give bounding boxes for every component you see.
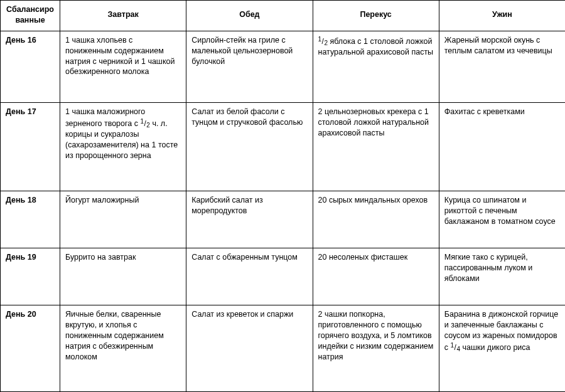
meal-plan-table: Сбалансированные Завтрак Обед Перекус Уж…	[0, 0, 565, 392]
breakfast-cell: 1 чашка хлопьев с пониженным содержанием…	[60, 31, 186, 102]
breakfast-cell: Яичные белки, сваренные вкрутую, и хлопь…	[60, 305, 186, 392]
table-row: День 19 Буррито на завтрак Салат с обжар…	[1, 248, 566, 305]
snack-cell: 20 сырых миндальных орехов	[313, 191, 439, 248]
table-row: День 18 Йогурт маложирный Карибский сала…	[1, 191, 566, 248]
header-balanced: Сбалансированные	[1, 1, 60, 31]
day-label: День 18	[1, 191, 60, 248]
day-label: День 20	[1, 305, 60, 392]
day-label: День 16	[1, 31, 60, 102]
snack-cell: 1/2 яблока с 1 столовой ложкой натуральн…	[313, 31, 439, 102]
header-lunch: Обед	[186, 1, 313, 31]
dinner-cell: Баранина в дижонской горчице и запеченны…	[439, 305, 565, 392]
table-row: День 20 Яичные белки, сваренные вкрутую,…	[1, 305, 566, 392]
dinner-cell: Мягкие тако с курицей, пассированным лук…	[439, 248, 565, 305]
snack-cell: 2 чашки попкорна, приготовленного с помо…	[313, 305, 439, 392]
dinner-cell: Жареный морской окунь с теплым салатом и…	[439, 31, 565, 102]
snack-cell: 20 несоленых фисташек	[313, 248, 439, 305]
lunch-cell: Салат из креветок и спаржи	[186, 305, 313, 392]
table-row: День 17 1 чашка маложирного зерненого тв…	[1, 103, 566, 191]
dinner-cell: Фахитас с креветками	[439, 103, 565, 191]
header-row: Сбалансированные Завтрак Обед Перекус Уж…	[1, 1, 566, 31]
lunch-cell: Салат из белой фасоли с тунцом и стручко…	[186, 103, 313, 191]
lunch-cell: Карибский салат из морепродуктов	[186, 191, 313, 248]
dinner-cell: Курица со шпинатом и рикоттой с печеным …	[439, 191, 565, 248]
breakfast-cell: 1 чашка маложирного зерненого творога с …	[60, 103, 186, 191]
lunch-cell: Салат с обжаренным тунцом	[186, 248, 313, 305]
snack-cell: 2 цельнозерновых крекера с 1 столовой ло…	[313, 103, 439, 191]
lunch-cell: Сирлойн-стейк на гриле с маленькой цельн…	[186, 31, 313, 102]
day-label: День 19	[1, 248, 60, 305]
breakfast-cell: Буррито на завтрак	[60, 248, 186, 305]
table-row: День 16 1 чашка хлопьев с пониженным сод…	[1, 31, 566, 102]
header-snack: Перекус	[313, 1, 439, 31]
day-label: День 17	[1, 103, 60, 191]
breakfast-cell: Йогурт маложирный	[60, 191, 186, 248]
header-breakfast: Завтрак	[60, 1, 186, 31]
header-dinner: Ужин	[439, 1, 565, 31]
